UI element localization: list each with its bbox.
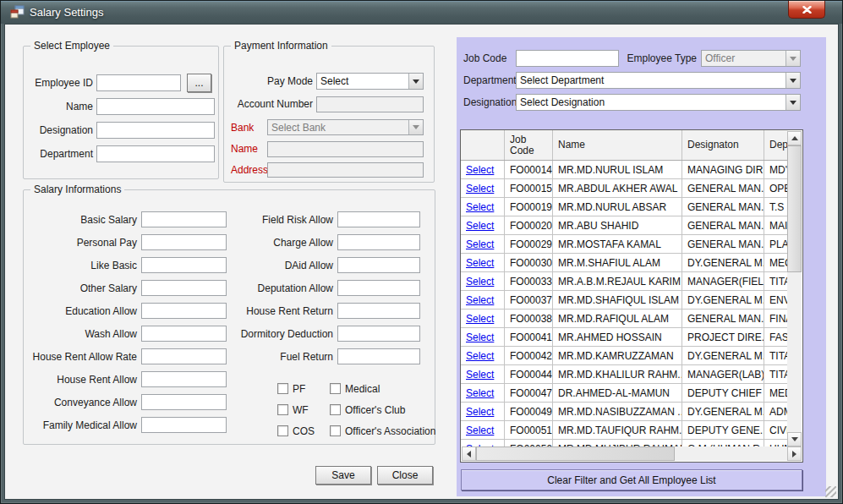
select-link[interactable]: Select bbox=[466, 425, 494, 436]
select-link[interactable]: Select bbox=[466, 164, 494, 176]
vertical-scroll-thumb[interactable] bbox=[787, 145, 802, 272]
table-row: Select FO00030 MR.M.SHAFIUL ALAM DY.GENE… bbox=[461, 254, 788, 272]
name-cell: MR.MD.NURUL ABSAR bbox=[553, 198, 682, 216]
employee-department-input[interactable] bbox=[96, 145, 215, 162]
header-job-code[interactable]: Job Code bbox=[505, 130, 553, 160]
salary-field-input[interactable] bbox=[141, 348, 227, 364]
address-label: Address bbox=[231, 164, 264, 176]
name-cell: MR.MD.NURUL ISLAM bbox=[553, 161, 682, 178]
pay-mode-combo[interactable]: Select bbox=[316, 73, 424, 90]
checkbox[interactable] bbox=[330, 425, 341, 436]
checkbox-row: Officer's Association bbox=[330, 425, 435, 436]
name-cell: MR.MD.TAUFIQUR RAHM... bbox=[553, 421, 682, 439]
name-cell: MR.A.B.M.REJAUL KARIM bbox=[553, 272, 682, 290]
select-link[interactable]: Select bbox=[466, 387, 494, 399]
salary-field-input[interactable] bbox=[337, 348, 420, 364]
vertical-scrollbar[interactable] bbox=[787, 131, 802, 446]
salary-field-input[interactable] bbox=[337, 280, 420, 296]
salary-field-input[interactable] bbox=[141, 326, 227, 342]
job-code-cell: FO00038 bbox=[505, 310, 553, 327]
header-department[interactable]: Depa bbox=[764, 130, 788, 160]
department-filter-label: Department bbox=[463, 74, 517, 86]
save-button[interactable]: Save bbox=[315, 466, 371, 485]
field-label: Other Salary bbox=[29, 282, 137, 294]
select-link[interactable]: Select bbox=[466, 257, 494, 269]
select-link[interactable]: Select bbox=[466, 331, 494, 343]
select-link[interactable]: Select bbox=[466, 276, 494, 288]
salary-field-input[interactable] bbox=[141, 394, 227, 410]
salary-field-input[interactable] bbox=[337, 257, 420, 273]
name-cell: MR.ABDUL AKHER AWAL bbox=[553, 179, 682, 197]
field-label: Family Medical Allow bbox=[29, 419, 137, 431]
salary-field-input[interactable] bbox=[141, 303, 227, 319]
close-button[interactable] bbox=[788, 1, 825, 19]
scroll-right-button[interactable] bbox=[787, 446, 802, 461]
clear-filter-button[interactable]: Clear Filter and Get All Employee List bbox=[461, 469, 802, 490]
select-link[interactable]: Select bbox=[466, 201, 494, 213]
group-title: Select Employee bbox=[30, 40, 113, 52]
checkbox[interactable] bbox=[330, 404, 341, 415]
salary-field-input[interactable] bbox=[141, 417, 227, 433]
title-bar[interactable]: Salary Settings bbox=[1, 1, 842, 24]
select-link[interactable]: Select bbox=[466, 406, 494, 418]
field-label: House Rent Allow Rate bbox=[29, 351, 137, 363]
designation-filter-combo[interactable]: Select Designation bbox=[516, 94, 801, 111]
checkbox[interactable] bbox=[330, 383, 341, 394]
horizontal-scroll-thumb[interactable] bbox=[476, 446, 675, 461]
department-cell: CIVIL bbox=[764, 421, 788, 439]
select-link[interactable]: Select bbox=[466, 183, 494, 194]
employee-name-input[interactable] bbox=[96, 98, 215, 115]
select-link[interactable]: Select bbox=[466, 350, 494, 362]
select-link[interactable]: Select bbox=[466, 369, 494, 381]
designation-cell: DY.GENERAL M... bbox=[682, 347, 764, 364]
dropdown-button[interactable] bbox=[786, 95, 800, 110]
job-code-input[interactable] bbox=[516, 50, 619, 67]
salary-field-row: Deputation Allow bbox=[227, 280, 420, 296]
salary-field-row: Fuel Return bbox=[227, 348, 420, 364]
resize-grip[interactable] bbox=[825, 486, 836, 497]
select-link[interactable]: Select bbox=[466, 238, 494, 250]
employee-designation-input[interactable] bbox=[96, 122, 215, 139]
table-row: Select FO00019 MR.MD.NURUL ABSAR GENERAL… bbox=[461, 198, 788, 216]
scroll-down-button[interactable] bbox=[787, 432, 802, 446]
checkbox-row: Officer's Club bbox=[330, 404, 435, 415]
select-link[interactable]: Select bbox=[466, 313, 494, 325]
header-name[interactable]: Name bbox=[553, 130, 682, 160]
dropdown-button[interactable] bbox=[408, 74, 423, 89]
checkbox[interactable] bbox=[277, 425, 288, 436]
checkbox[interactable] bbox=[277, 404, 288, 415]
arrow-down-icon bbox=[791, 437, 798, 441]
arrow-up-icon bbox=[791, 136, 798, 140]
job-code-cell: FO00044 bbox=[505, 365, 553, 383]
select-link[interactable]: Select bbox=[466, 294, 494, 306]
scroll-up-button[interactable] bbox=[787, 131, 802, 145]
chevron-down-icon bbox=[790, 79, 796, 83]
employee-id-input[interactable] bbox=[96, 74, 181, 91]
department-cell: OPER bbox=[764, 179, 788, 197]
salary-field-input[interactable] bbox=[337, 326, 420, 342]
field-label: Deputation Allow bbox=[227, 282, 333, 294]
scroll-left-button[interactable] bbox=[462, 446, 476, 461]
horizontal-scrollbar[interactable] bbox=[462, 446, 802, 461]
salary-field-input[interactable] bbox=[141, 234, 227, 250]
checkbox[interactable] bbox=[277, 383, 288, 394]
dropdown-button[interactable] bbox=[786, 73, 800, 88]
salary-field-input[interactable] bbox=[337, 211, 420, 227]
department-filter-combo[interactable]: Select Department bbox=[516, 72, 801, 89]
salary-field-input[interactable] bbox=[337, 303, 420, 319]
salary-field-input[interactable] bbox=[141, 257, 227, 273]
salary-field-row: Wash Allow bbox=[29, 326, 227, 342]
salary-field-input[interactable] bbox=[141, 280, 227, 296]
salary-field-input[interactable] bbox=[141, 211, 227, 227]
table-row: Select FO00014 MR.MD.NURUL ISLAM MANAGIN… bbox=[461, 161, 788, 179]
browse-employee-button[interactable]: ... bbox=[187, 74, 211, 92]
select-link[interactable]: Select bbox=[466, 220, 494, 232]
dropdown-button bbox=[786, 51, 800, 66]
salary-field-input[interactable] bbox=[141, 371, 227, 387]
close-form-button[interactable]: Close bbox=[377, 466, 433, 485]
employee-type-value: Officer bbox=[702, 52, 786, 64]
salary-field-row: Dormitory Deduction bbox=[227, 326, 420, 342]
name-cell: MR.ABU SHAHID bbox=[553, 216, 682, 234]
header-designation[interactable]: Designaton bbox=[682, 130, 764, 160]
salary-field-input[interactable] bbox=[337, 234, 420, 250]
